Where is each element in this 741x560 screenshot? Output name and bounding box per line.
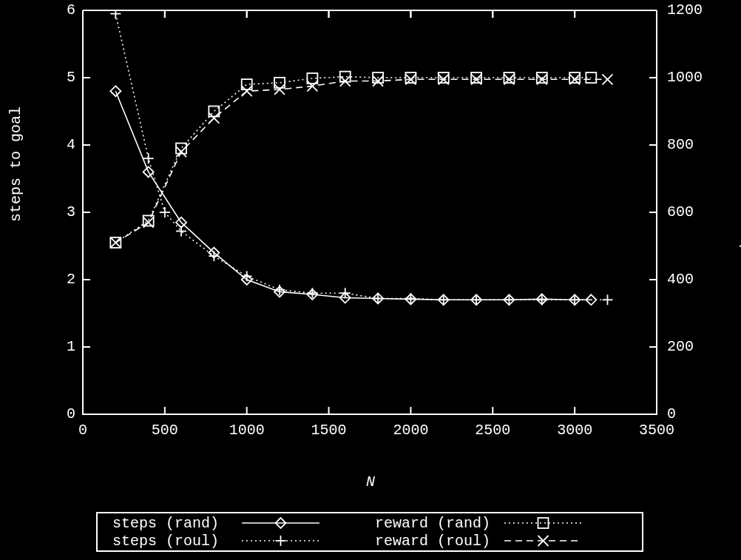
y1-tick-label: 0 [31,405,75,422]
y1-tick-label: 3 [31,203,75,220]
y2-axis-label: reward [738,244,741,297]
x-axis-label: N [0,473,741,490]
y2-tick-label: 1000 [667,69,703,86]
y1-tick-label: 5 [31,69,75,86]
y1-axis-label: steps to goal [7,107,24,222]
legend-label: reward (rand) [375,515,490,532]
y1-tick-label: 2 [31,271,75,288]
svg-rect-129 [0,0,741,10]
legend-item: reward (roul) [375,533,499,550]
legend-label: steps (rand) [112,515,219,532]
x-tick-label: 2000 [393,422,428,439]
legend-item: steps (rand) [112,515,228,532]
y1-tick-label: 6 [31,1,75,18]
legend-label: reward (roul) [375,533,490,550]
y2-tick-label: 800 [667,136,694,153]
x-tick-label: 3500 [639,422,674,439]
x-tick-label: 1500 [311,422,347,439]
y2-tick-label: 600 [667,203,694,220]
x-tick-label: 0 [78,422,87,439]
x-tick-label: 500 [152,422,178,439]
legend-box: steps (rand)steps (roul)reward (rand)rew… [96,512,643,552]
legend-item: steps (roul) [112,533,228,550]
y1-tick-label: 1 [31,338,75,355]
y2-tick-label: 1200 [667,1,703,18]
svg-rect-145 [538,518,549,528]
y2-tick-label: 200 [667,338,694,355]
svg-rect-93 [504,72,514,83]
y1-tick-label: 4 [31,136,75,153]
x-tick-label: 1000 [229,422,265,439]
svg-rect-90 [405,72,416,83]
x-tick-label: 3000 [557,422,592,439]
x-tick-label: 2500 [475,422,510,439]
legend-label: steps (roul) [112,533,219,550]
y2-tick-label: 400 [667,271,694,288]
y2-tick-label: 0 [667,405,676,422]
legend-item: reward (rand) [375,515,499,532]
